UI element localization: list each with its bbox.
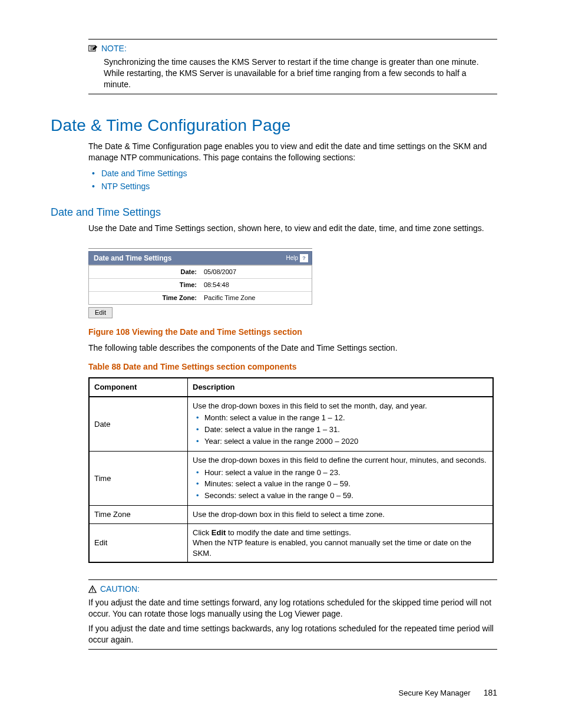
note-header: NOTE:	[88, 43, 497, 54]
table-row: Time Zone Use the drop-down box in this …	[89, 506, 493, 524]
footer-doc-title: Secure Key Manager	[399, 688, 471, 699]
note-label: NOTE:	[101, 43, 127, 54]
component-desc: Use the drop-down box in this field to s…	[188, 506, 494, 524]
divider	[88, 649, 497, 650]
caution-body-2: If you adjust the date and time settings…	[88, 623, 495, 645]
list-item: Seconds: select a value in the range 0 –…	[204, 490, 488, 501]
component-desc: Use the drop-down boxes in this field to…	[188, 397, 494, 452]
caution-icon	[88, 585, 97, 594]
table-row: Time Zone: Pacific Time Zone	[89, 291, 312, 304]
caution-body-1: If you adjust the date and time settings…	[88, 597, 495, 620]
panel-table: Date: 05/08/2007 Time: 08:54:48 Time Zon…	[89, 265, 312, 304]
panel-value: 08:54:48	[200, 279, 312, 292]
table-row: Edit Click Edit to modify the date and t…	[89, 523, 493, 562]
divider	[88, 579, 497, 580]
caution-header: CAUTION:	[88, 584, 497, 595]
edit-button[interactable]: Edit	[88, 307, 113, 318]
table-caption: Table 88 Date and Time Settings section …	[88, 361, 497, 373]
settings-panel: Date and Time Settings Help ? Date: 05/0…	[88, 248, 312, 318]
desc-bold: Edit	[211, 528, 226, 537]
panel-help-link[interactable]: Help ?	[286, 254, 308, 262]
note-icon	[88, 44, 98, 52]
table-row: Date: 05/08/2007	[89, 266, 312, 279]
component-name: Time	[89, 452, 188, 506]
section-link-item[interactable]: Date and Time Settings	[101, 168, 497, 179]
panel-body: Date: 05/08/2007 Time: 08:54:48 Time Zon…	[88, 265, 312, 305]
component-name: Time Zone	[89, 506, 188, 524]
col-header-description: Description	[188, 378, 494, 397]
panel-key: Date:	[89, 266, 200, 279]
component-name: Edit	[89, 523, 188, 562]
desc-post: to modify the date and time settings.	[226, 528, 351, 537]
desc-lead-rich: Click Edit to modify the date and time s…	[193, 528, 488, 538]
divider	[88, 39, 497, 39]
panel-key: Time Zone:	[89, 291, 200, 304]
desc-bullets: Hour: select a value in the range 0 – 23…	[193, 467, 488, 501]
desc-lead: Use the drop-down box in this field to s…	[193, 509, 488, 520]
document-page: NOTE: Synchronizing the time causes the …	[0, 0, 562, 728]
table-row: Time: 08:54:48	[89, 279, 312, 292]
list-item: Hour: select a value in the range 0 – 23…	[204, 467, 488, 478]
section-intro: The Date & Time Configuration page enabl…	[88, 141, 497, 163]
svg-rect-1	[92, 588, 92, 590]
panel-key: Time:	[89, 279, 200, 292]
panel-value: 05/08/2007	[200, 266, 312, 279]
desc-bullets: Month: select a value in the range 1 – 1…	[193, 413, 488, 446]
divider	[88, 94, 497, 94]
list-item: Date: select a value in the range 1 – 31…	[204, 424, 488, 435]
caution-block: CAUTION: If you adjust the date and time…	[88, 579, 497, 649]
desc-lead: Use the drop-down boxes in this field to…	[193, 401, 488, 411]
table-row: Time Use the drop-down boxes in this fie…	[89, 452, 493, 506]
desc-lead: Use the drop-down boxes in this field to…	[193, 455, 488, 466]
note-block: NOTE: Synchronizing the time causes the …	[88, 39, 497, 94]
table-row: Date Use the drop-down boxes in this fie…	[89, 397, 493, 452]
list-item: Month: select a value in the range 1 – 1…	[204, 413, 488, 423]
divider	[88, 248, 312, 249]
components-table: Component Description Date Use the drop-…	[88, 377, 494, 563]
caution-label: CAUTION:	[100, 584, 140, 595]
note-body: Synchronizing the time causes the KMS Se…	[104, 57, 495, 90]
subsection-title: Date and Time Settings	[51, 205, 497, 219]
list-item: Minutes: select a value in the range 0 –…	[204, 479, 488, 489]
component-desc: Use the drop-down boxes in this field to…	[188, 452, 494, 506]
svg-rect-2	[92, 591, 92, 592]
panel-title: Date and Time Settings	[94, 253, 171, 263]
section-title: Date & Time Configuration Page	[51, 114, 497, 137]
component-name: Date	[89, 397, 188, 452]
section-link-list: Date and Time Settings NTP Settings	[88, 168, 497, 192]
panel-help-label: Help	[286, 254, 298, 262]
subsection-para: Use the Date and Time Settings section, …	[88, 223, 497, 234]
table-header-row: Component Description	[89, 378, 493, 397]
panel-value: Pacific Time Zone	[200, 291, 312, 304]
col-header-component: Component	[89, 378, 188, 397]
section-link-item[interactable]: NTP Settings	[101, 181, 497, 192]
panel-header: Date and Time Settings Help ?	[88, 251, 312, 265]
component-desc: Click Edit to modify the date and time s…	[188, 523, 494, 562]
after-figure-para: The following table describes the compon…	[88, 342, 497, 354]
desc-extra: When the NTP feature is enabled, you can…	[193, 538, 488, 558]
list-item: Year: select a value in the range 2000 –…	[204, 436, 488, 447]
page-footer: Secure Key Manager 181	[399, 687, 497, 699]
help-icon: ?	[300, 254, 308, 262]
desc-pre: Click	[193, 528, 211, 537]
figure-caption: Figure 108 Viewing the Date and Time Set…	[88, 327, 497, 338]
page-number: 181	[484, 687, 497, 699]
